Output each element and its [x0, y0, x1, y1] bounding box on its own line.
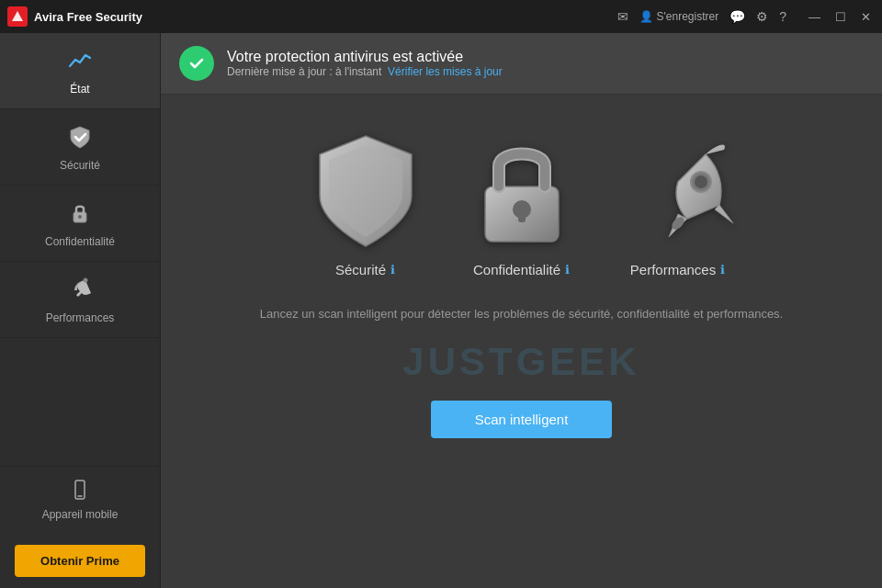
card-performances-label: Performances ℹ	[630, 262, 725, 277]
sidebar-label-securite: Sécurité	[60, 159, 100, 172]
chat-icon[interactable]: 💬	[729, 9, 745, 24]
title-bar: Avira Free Security ✉ 👤 S'enregistrer 💬 …	[0, 0, 882, 33]
etat-icon	[67, 48, 93, 77]
maximize-button[interactable]: ☐	[831, 10, 850, 24]
securite-icon	[67, 124, 93, 153]
minimize-button[interactable]: —	[805, 10, 824, 24]
title-bar-right: ✉ 👤 S'enregistrer 💬 ⚙ ? — ☐ ✕	[617, 9, 875, 24]
help-icon[interactable]: ?	[779, 9, 786, 24]
svg-point-10	[695, 175, 707, 188]
card-confidentialite-icon	[462, 131, 582, 251]
sidebar-item-etat[interactable]: État	[0, 33, 160, 109]
sidebar-label-mobile: Appareil mobile	[42, 508, 119, 521]
settings-icon[interactable]: ⚙	[756, 9, 768, 24]
performances-icon	[67, 277, 93, 306]
sidebar-item-mobile[interactable]: Appareil mobile	[0, 466, 160, 534]
sidebar-label-confidentialite: Confidentialité	[45, 235, 115, 248]
sidebar-item-securite[interactable]: Sécurité	[0, 109, 160, 186]
status-checkmark	[179, 46, 214, 81]
confidentialite-info-icon[interactable]: ℹ	[565, 263, 570, 277]
description-text: Lancez un scan intelligent pour détecter…	[161, 296, 882, 333]
sidebar-item-confidentialite[interactable]: Confidentialité	[0, 186, 160, 262]
mail-icon[interactable]: ✉	[617, 9, 628, 24]
scan-button-wrap: Scan intelligent	[161, 391, 882, 457]
status-title: Votre protection antivirus est activée	[227, 49, 503, 65]
main-content: Votre protection antivirus est activée D…	[161, 33, 882, 588]
app-title: Avira Free Security	[34, 10, 142, 24]
mobile-icon	[70, 480, 90, 503]
status-text: Votre protection antivirus est activée D…	[227, 49, 503, 78]
card-performances-icon	[618, 131, 738, 251]
register-button[interactable]: 👤 S'enregistrer	[639, 10, 719, 23]
sidebar: État Sécurité Confidentialité	[0, 33, 161, 588]
app-body: État Sécurité Confidentialité	[0, 33, 882, 588]
card-confidentialite[interactable]: Confidentialité ℹ	[462, 131, 582, 277]
card-confidentialite-label: Confidentialité ℹ	[473, 262, 570, 277]
svg-marker-0	[12, 11, 23, 21]
window-controls: — ☐ ✕	[805, 10, 875, 24]
sidebar-label-etat: État	[70, 83, 89, 96]
svg-point-2	[78, 215, 82, 219]
user-icon: 👤	[639, 10, 653, 23]
sidebar-label-performances: Performances	[46, 311, 115, 324]
card-securite[interactable]: Sécurité ℹ	[306, 131, 425, 277]
confidentialite-icon	[67, 200, 93, 230]
status-bar: Votre protection antivirus est activée D…	[161, 33, 882, 95]
svg-rect-8	[518, 209, 526, 222]
securite-info-icon[interactable]: ℹ	[390, 263, 395, 277]
update-link[interactable]: Vérifier les mises à jour	[388, 65, 503, 78]
cards-area: Sécurité ℹ	[161, 95, 882, 296]
performances-info-icon[interactable]: ℹ	[720, 263, 725, 277]
card-performances[interactable]: Performances ℹ	[618, 131, 738, 277]
avira-logo	[7, 6, 28, 27]
svg-point-3	[84, 278, 88, 283]
close-button[interactable]: ✕	[857, 10, 875, 24]
sidebar-item-performances[interactable]: Performances	[0, 262, 160, 338]
scan-button[interactable]: Scan intelligent	[431, 401, 613, 438]
status-subtitle: Dernière mise à jour : à l'instant Vérif…	[227, 65, 503, 78]
watermark: JUSTGEEK	[161, 333, 882, 391]
card-securite-label: Sécurité ℹ	[335, 262, 395, 277]
card-securite-icon	[306, 131, 425, 251]
prime-button[interactable]: Obtenir Prime	[15, 545, 145, 577]
